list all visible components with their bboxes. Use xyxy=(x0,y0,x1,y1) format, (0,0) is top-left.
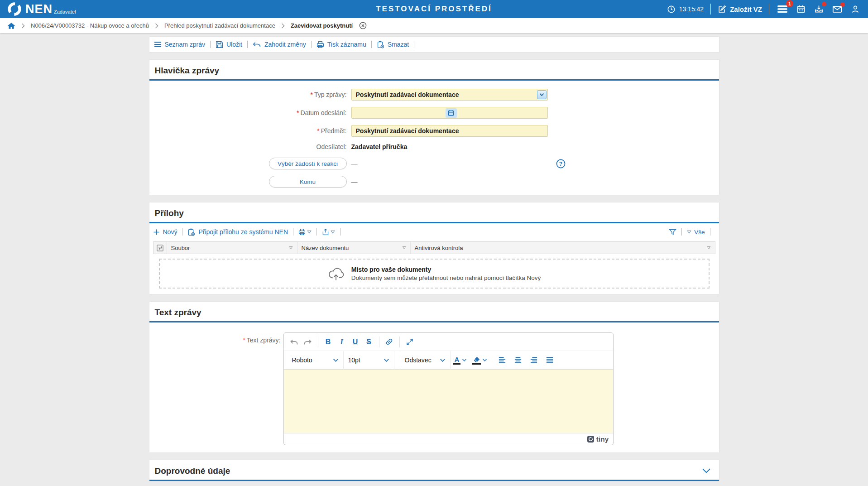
column-settings-button[interactable] xyxy=(153,242,167,254)
section-header: Hlavička zprávy xyxy=(149,60,719,81)
message-list-button[interactable]: Seznam zpráv xyxy=(154,41,205,48)
highlight-color-button[interactable] xyxy=(470,356,490,365)
recipient-empty-value: — xyxy=(351,178,358,185)
attach-from-nen-label: Připojit přílohu ze systému NEN xyxy=(198,228,288,236)
message-header-section: Hlavička zprávy *Typ zprávy: Poskytnutí … xyxy=(149,60,719,195)
chevron-right-icon xyxy=(21,23,25,29)
column-header-document-name[interactable]: Název dokumentu xyxy=(297,242,411,254)
align-justify-button[interactable] xyxy=(543,353,556,367)
required-marker: * xyxy=(310,91,312,98)
triangle-down-icon xyxy=(307,230,312,234)
document-dropzone[interactable]: Místo pro vaše dokumenty Dokumenty sem m… xyxy=(159,259,710,289)
nen-logo[interactable]: NEN Zadavatel xyxy=(7,2,76,16)
collapse-section-button[interactable] xyxy=(699,467,714,475)
inbox-notification-dot xyxy=(822,2,826,6)
form-row-sender: Odesílatel: Zadavatel příručka xyxy=(149,143,719,150)
filter-triangle-icon xyxy=(402,246,406,250)
print-record-button[interactable]: Tisk záznamu xyxy=(317,41,366,48)
strikethrough-button[interactable]: S xyxy=(362,335,376,349)
delete-button[interactable]: Smazat xyxy=(377,41,409,48)
highlighter-icon xyxy=(472,356,481,365)
show-all-filter-button[interactable]: Vše xyxy=(687,229,705,236)
message-type-select[interactable]: Poskytnutí zadávací dokumentace xyxy=(351,89,548,101)
send-date-input[interactable] xyxy=(351,107,548,119)
subject-label: *Předmět: xyxy=(149,127,350,135)
breadcrumb-item-overview[interactable]: Přehled poskytnutí zadávací dokumentace xyxy=(164,22,275,29)
message-list-label: Seznam zpráv xyxy=(165,41,205,48)
align-right-button[interactable] xyxy=(527,353,541,367)
block-format-select[interactable]: Odstavec xyxy=(400,351,451,370)
toolbar-divider xyxy=(182,228,182,236)
toolbar-divider xyxy=(247,41,248,48)
fullscreen-button[interactable] xyxy=(403,335,417,349)
editor-toolbar-divider xyxy=(379,337,379,347)
print-attachments-button[interactable] xyxy=(298,228,312,236)
export-attachments-button[interactable] xyxy=(322,228,335,236)
column-header-antivirus[interactable]: Antivirová kontrola xyxy=(411,242,715,254)
question-mark-icon: ? xyxy=(556,159,566,168)
filter-button[interactable] xyxy=(669,228,676,236)
plus-icon xyxy=(153,229,160,236)
print-label: Tisk záznamu xyxy=(327,41,366,48)
menu-button[interactable]: 1 xyxy=(776,4,789,14)
profile-button[interactable] xyxy=(850,4,861,14)
message-type-value: Poskytnutí zadávací dokumentace xyxy=(356,91,459,98)
date-picker-button[interactable] xyxy=(446,108,457,118)
align-center-button[interactable] xyxy=(511,353,525,367)
form-row-subject: *Předmět: Poskytnutí zadávací dokumentac… xyxy=(149,125,719,137)
attach-document-icon xyxy=(187,228,195,236)
help-button[interactable]: ? xyxy=(556,159,566,168)
italic-button[interactable]: I xyxy=(335,335,349,349)
attachments-toolbar: Nový Připojit přílohu ze systému NEN xyxy=(153,226,715,238)
underline-button[interactable]: U xyxy=(349,335,362,349)
column-settings-icon xyxy=(157,245,163,251)
section-header: Přílohy xyxy=(149,202,719,223)
inbox-download-icon xyxy=(814,5,824,14)
chevron-down-icon xyxy=(482,358,487,362)
person-icon xyxy=(851,5,860,14)
create-vz-button[interactable]: Založit VZ xyxy=(718,5,762,14)
close-tab-button[interactable] xyxy=(359,22,367,29)
align-left-button[interactable] xyxy=(495,353,509,367)
mail-button[interactable] xyxy=(831,4,843,14)
select-requests-button[interactable]: Výběr žádostí k reakci xyxy=(269,158,347,169)
redo-button[interactable] xyxy=(301,335,315,349)
close-icon xyxy=(359,22,367,29)
calendar-button[interactable] xyxy=(796,4,806,14)
toolbar-divider xyxy=(710,228,710,236)
font-family-select[interactable]: Roboto xyxy=(288,351,344,370)
redo-icon xyxy=(303,338,312,346)
message-text-input[interactable] xyxy=(284,369,613,433)
save-label: Uložit xyxy=(226,41,242,48)
required-marker: * xyxy=(317,127,319,135)
undo-button[interactable] xyxy=(288,335,301,349)
chevron-down-icon xyxy=(702,468,711,474)
text-color-button[interactable]: A xyxy=(451,356,470,365)
link-button[interactable] xyxy=(383,335,396,349)
message-header-form: *Typ zprávy: Poskytnutí zadávací dokumen… xyxy=(149,81,719,195)
dropdown-button[interactable] xyxy=(537,90,547,99)
hamburger-icon xyxy=(777,5,788,14)
calendar-icon xyxy=(796,5,806,14)
recipient-button[interactable]: Komu xyxy=(269,176,347,188)
align-center-icon xyxy=(514,356,522,364)
discard-changes-button[interactable]: Zahodit změny xyxy=(253,41,306,48)
record-toolbar: Seznam zpráv Uložit Zahodit změny xyxy=(149,37,719,52)
save-button[interactable]: Uložit xyxy=(216,41,242,48)
editor-toolbar-divider xyxy=(399,337,400,347)
align-left-icon xyxy=(498,356,506,364)
subject-input[interactable]: Poskytnutí zadávací dokumentace xyxy=(351,125,548,137)
form-row-message-type: *Typ zprávy: Poskytnutí zadávací dokumen… xyxy=(149,89,719,101)
new-attachment-button[interactable]: Nový xyxy=(153,228,177,236)
dropzone-title: Místo pro vaše dokumenty xyxy=(351,266,541,273)
font-size-select[interactable]: 10pt xyxy=(344,351,394,370)
toolbar-divider xyxy=(293,228,293,236)
breadcrumb-item-procurement[interactable]: N006/24/V00003732 - Nákup ovoce a ořechů xyxy=(31,22,149,29)
attach-from-nen-button[interactable]: Připojit přílohu ze systému NEN xyxy=(187,228,288,236)
bold-button[interactable]: B xyxy=(321,335,335,349)
inbox-button[interactable] xyxy=(813,4,825,14)
toolbar-divider xyxy=(414,41,414,48)
home-button[interactable] xyxy=(7,22,15,29)
column-header-file[interactable]: Soubor xyxy=(167,242,297,254)
attachments-section: Přílohy Nový P xyxy=(149,202,719,294)
